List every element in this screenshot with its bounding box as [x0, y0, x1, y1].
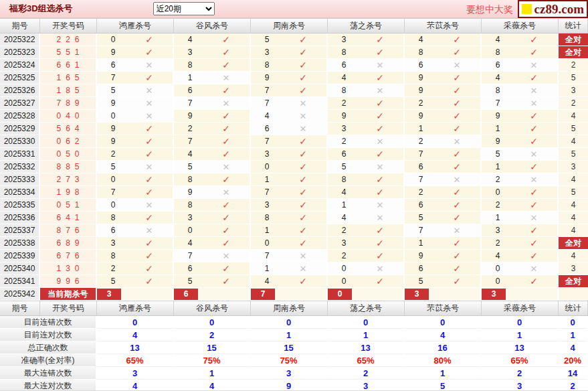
check-icon: ✓ [134, 173, 164, 185]
stat-cell [559, 288, 588, 301]
kill-cell: 3✓ [251, 199, 328, 212]
kill-cell: 6✕ [97, 59, 174, 72]
draw-number: 676 [40, 250, 97, 262]
check-icon: ✓ [442, 262, 472, 275]
check-icon: ✓ [211, 275, 241, 287]
stats-value: 0 [328, 316, 405, 329]
kill-cell: 1✕ [174, 72, 251, 84]
kill-cell: 2✓ [482, 199, 559, 212]
kill-number: 5 [405, 212, 437, 224]
kill-cell: 8✓ [174, 59, 251, 72]
cross-icon: ✕ [288, 262, 318, 275]
stats-value: 75% [174, 354, 251, 367]
period-cell: 2025325 [0, 72, 40, 84]
kill-cell: 0✓ [97, 33, 174, 46]
kill-number: 4 [482, 72, 514, 84]
period-cell: 2025337 [0, 224, 40, 237]
stat-cell: 3 [559, 84, 588, 97]
kill-cell: 3✓ [328, 237, 405, 250]
promo-text: 要想中大奖 [466, 4, 513, 16]
kill-number: 6 [405, 199, 437, 211]
kill-cell: 2✓ [328, 97, 405, 110]
kill-number: 7 [251, 186, 283, 198]
kill-number: 8 [174, 199, 206, 211]
check-icon: ✓ [365, 110, 395, 122]
kill-cell: 6✓ [174, 262, 251, 275]
kill-cell: 9✓ [405, 84, 482, 97]
kill-number: 2 [328, 250, 360, 262]
check-icon: ✓ [134, 33, 164, 46]
current-kill-badge: 3 [405, 289, 429, 300]
kill-cell: 8✓ [405, 46, 482, 59]
kill-cell: 8✓ [174, 173, 251, 186]
check-icon: ✓ [288, 148, 318, 160]
brand-text: cz89.com [534, 3, 584, 15]
check-icon: ✓ [211, 148, 241, 160]
kill-number: 9 [482, 110, 514, 122]
kill-number: 3 [251, 46, 283, 58]
draw-number: 165 [40, 72, 97, 84]
kill-number: 0 [97, 110, 129, 122]
kill-number: 4 [251, 275, 283, 287]
check-icon: ✓ [211, 199, 241, 211]
kill-cell: 9✕ [174, 186, 251, 199]
table-row: 20253386893✓4✓0✓3✓1✓2✓全对 [0, 237, 588, 250]
check-icon: ✓ [365, 72, 395, 84]
table-row: 20253261855✕6✓7✓8✕9✓8✕3 [0, 84, 588, 97]
kill-number: 5 [97, 275, 129, 287]
kill-cell: 2✓ [328, 250, 405, 262]
kill-number: 6 [174, 84, 206, 96]
stats-value: 0 [482, 316, 559, 329]
column-header: 采薇杀号 [482, 301, 559, 315]
cross-icon: ✕ [134, 161, 164, 173]
period-cell: 2025326 [0, 84, 40, 97]
check-icon: ✓ [288, 46, 318, 58]
cross-icon: ✕ [134, 110, 164, 122]
stats-value: 1 [174, 367, 251, 380]
kill-number: 7 [251, 250, 283, 262]
stats-value: 65% [97, 354, 174, 367]
kill-number: 7 [251, 97, 283, 109]
kill-cell: 5✓ [405, 275, 482, 288]
kill-cell: 7✕ [405, 173, 482, 186]
kill-cell: 8✓ [97, 212, 174, 224]
kill-number: 9 [328, 110, 360, 122]
kill-cell: 8✓ [328, 173, 405, 186]
table-row: 20253332730✓8✓1✓8✓7✕2✕4 [0, 173, 588, 186]
site-logo[interactable]: cz89.com [518, 0, 588, 18]
kill-number: 4 [174, 33, 206, 46]
kill-cell: 7✓ [251, 186, 328, 199]
table-row: 20253222260✓4✓5✓3✓4✓4✓全对 [0, 33, 588, 46]
kill-number: 6 [174, 262, 206, 275]
column-header: 周南杀号 [251, 19, 328, 33]
column-header: 期号 [0, 301, 40, 315]
stats-value: 9 [251, 380, 328, 391]
check-icon: ✓ [134, 275, 164, 287]
check-icon: ✓ [365, 173, 395, 185]
period-range-select[interactable]: 近20期 [153, 2, 215, 15]
kill-number: 8 [251, 212, 283, 224]
check-icon: ✓ [288, 161, 318, 173]
kill-cell: 1✕ [328, 199, 405, 212]
kill-cell: 8✓ [251, 212, 328, 224]
check-icon: ✓ [519, 250, 549, 262]
period-cell: 2025322 [0, 33, 40, 46]
column-header: 开奖号码 [40, 301, 97, 315]
check-icon: ✓ [288, 275, 318, 287]
kill-number: 8 [328, 46, 360, 58]
kill-number: 6 [482, 59, 514, 71]
kill-number: 8 [328, 84, 360, 96]
draw-number: 789 [40, 97, 97, 110]
kill-cell: 4✓ [174, 237, 251, 250]
current-kill-cell: 3 [405, 288, 482, 301]
kill-number: 6 [97, 59, 129, 71]
cross-icon: ✕ [365, 161, 395, 173]
kill-cell: 4✓ [251, 275, 328, 288]
stats-value: 0 [405, 316, 482, 329]
table-row: 20253396768✓7✕7✕2✓9✓4✓4 [0, 250, 588, 262]
column-header: 鸿雁杀号 [97, 301, 174, 315]
stat-cell: 3 [559, 262, 588, 275]
kill-number: 9 [97, 135, 129, 147]
kill-number: 0 [482, 262, 514, 275]
cross-icon: ✕ [288, 97, 318, 109]
